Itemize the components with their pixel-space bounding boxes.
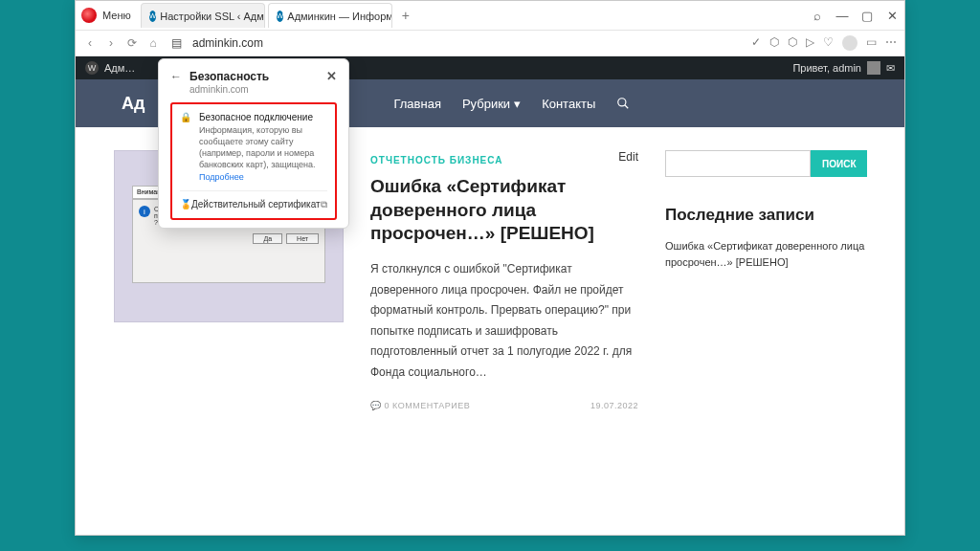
svg-point-0 xyxy=(618,99,626,106)
tab-title: Настройки SSL ‹ Админки… xyxy=(160,11,264,22)
reload-button[interactable]: ⟳ xyxy=(125,36,139,50)
wordpress-favicon-icon: W xyxy=(277,11,284,22)
dialog-yes-button: Да xyxy=(253,233,282,244)
nav-buttons: ‹ › ⟳ ⌂ xyxy=(83,36,160,50)
highlighted-security-info: 🔒 Безопасное подключение Информация, кот… xyxy=(170,102,337,220)
forward-button[interactable]: › xyxy=(104,36,118,50)
post-title[interactable]: Ошибка «Сертификат доверенного лица прос… xyxy=(370,175,638,246)
post-category[interactable]: ОТЧЕТНОСТЬ БИЗНЕСА xyxy=(370,155,502,165)
post-excerpt: Я столкнулся с ошибкой "Сертификат довер… xyxy=(370,259,638,384)
user-avatar-icon xyxy=(867,61,880,75)
page-viewport: W Адм… Привет, admin ✉ Ад Главная Рубрик… xyxy=(76,56,904,535)
toolbar-icon[interactable]: ⬡ xyxy=(769,35,779,51)
certificate-icon: 🏅 xyxy=(180,199,191,209)
close-button[interactable]: ✕ xyxy=(885,9,899,23)
open-external-icon[interactable]: ⧉ xyxy=(321,199,327,210)
comments-count[interactable]: 0 КОММЕНТАРИЕВ xyxy=(370,401,470,410)
article: ОТЧЕТНОСТЬ БИЗНЕСА Edit Ошибка «Сертифик… xyxy=(370,150,638,410)
certificate-label[interactable]: Действительный сертификат xyxy=(191,199,321,209)
svg-line-1 xyxy=(625,105,629,109)
wordpress-favicon-icon: W xyxy=(149,11,157,22)
opera-logo-icon xyxy=(81,8,97,23)
learn-more-link[interactable]: Подробнее xyxy=(199,172,244,182)
popover-back-icon[interactable]: ← xyxy=(170,70,182,83)
post-date: 19.07.2022 xyxy=(590,401,638,410)
site-title[interactable]: Ад xyxy=(122,94,145,114)
tab-ssl-settings[interactable]: W Настройки SSL ‹ Админки… xyxy=(141,3,265,28)
maximize-button[interactable]: ▢ xyxy=(860,9,874,23)
toolbar-icon[interactable]: ▭ xyxy=(866,35,877,51)
toolbar-icon[interactable]: ✓ xyxy=(751,35,761,51)
secure-connection-label: Безопасное подключение xyxy=(199,112,327,122)
main-nav: Главная Рубрики ▾ Контакты xyxy=(393,97,630,111)
edit-link[interactable]: Edit xyxy=(618,150,638,164)
toolbar-icon[interactable]: ⬡ xyxy=(788,35,797,51)
popover-title: Безопасность xyxy=(189,70,269,83)
secure-connection-desc: Информация, которую вы сообщаете этому с… xyxy=(199,124,327,183)
titlebar: Меню W Настройки SSL ‹ Админки… W Админк… xyxy=(76,1,904,30)
chevron-down-icon: ▾ xyxy=(514,97,521,111)
nav-home[interactable]: Главная xyxy=(393,97,440,111)
search-widget: ПОИСК xyxy=(665,150,866,177)
search-icon[interactable]: ⌕ xyxy=(811,9,824,23)
profile-avatar-icon[interactable] xyxy=(842,35,858,51)
wordpress-logo-icon[interactable]: W xyxy=(85,61,99,75)
tab-adminkin[interactable]: W Админкин — Информаци… ✕ xyxy=(268,3,392,28)
nav-rubrics-label: Рубрики xyxy=(462,97,510,111)
new-tab-button[interactable]: + xyxy=(395,5,416,26)
nav-search-icon[interactable] xyxy=(616,97,630,110)
chat-icon[interactable]: ✉ xyxy=(886,62,895,75)
info-icon: i xyxy=(139,206,150,217)
sidebar: ПОИСК Последние записи Ошибка «Сертифика… xyxy=(665,150,866,410)
nav-contacts[interactable]: Контакты xyxy=(542,97,595,111)
toolbar-icon[interactable]: ▷ xyxy=(806,35,814,51)
search-input[interactable] xyxy=(665,150,811,177)
search-button[interactable]: ПОИСК xyxy=(811,150,867,177)
admin-greeting[interactable]: Привет, admin ✉ xyxy=(792,61,895,75)
lock-icon: 🔒 xyxy=(180,112,191,183)
home-button[interactable]: ⌂ xyxy=(146,36,160,50)
popover-close-icon[interactable]: ✕ xyxy=(326,69,337,83)
site-name-short[interactable]: Адм… xyxy=(104,62,135,74)
tab-title: Админкин — Информаци… xyxy=(287,11,391,22)
toolbar-icon[interactable]: ⋯ xyxy=(885,35,897,51)
minimize-button[interactable]: — xyxy=(835,9,849,23)
greeting-text: Привет, admin xyxy=(792,62,861,74)
security-popover: ← Безопасность ✕ adminkin.com 🔒 Безопасн… xyxy=(158,58,349,229)
nav-rubrics[interactable]: Рубрики ▾ xyxy=(462,97,521,111)
window-controls: ⌕ — ▢ ✕ xyxy=(811,9,899,23)
address-host[interactable]: adminkin.com xyxy=(192,36,263,50)
back-button[interactable]: ‹ xyxy=(83,36,97,50)
address-bar: ‹ › ⟳ ⌂ ▤ adminkin.com ✓ ⬡ ⬡ ▷ ♡ ▭ ⋯ xyxy=(76,30,904,56)
recent-post-link[interactable]: Ошибка «Сертификат доверенного лица прос… xyxy=(665,238,866,270)
browser-window: Меню W Настройки SSL ‹ Админки… W Админк… xyxy=(75,0,905,536)
post-meta: 0 КОММЕНТАРИЕВ 19.07.2022 xyxy=(370,401,638,410)
widget-title-recent: Последние записи xyxy=(665,206,866,225)
menu-button[interactable]: Меню xyxy=(102,10,131,21)
site-info-icon[interactable]: ▤ xyxy=(169,36,183,50)
toolbar-icon[interactable]: ♡ xyxy=(823,35,834,51)
toolbar-right: ✓ ⬡ ⬡ ▷ ♡ ▭ ⋯ xyxy=(751,35,897,51)
dialog-no-button: Нет xyxy=(286,233,319,244)
popover-host: adminkin.com xyxy=(189,84,337,95)
